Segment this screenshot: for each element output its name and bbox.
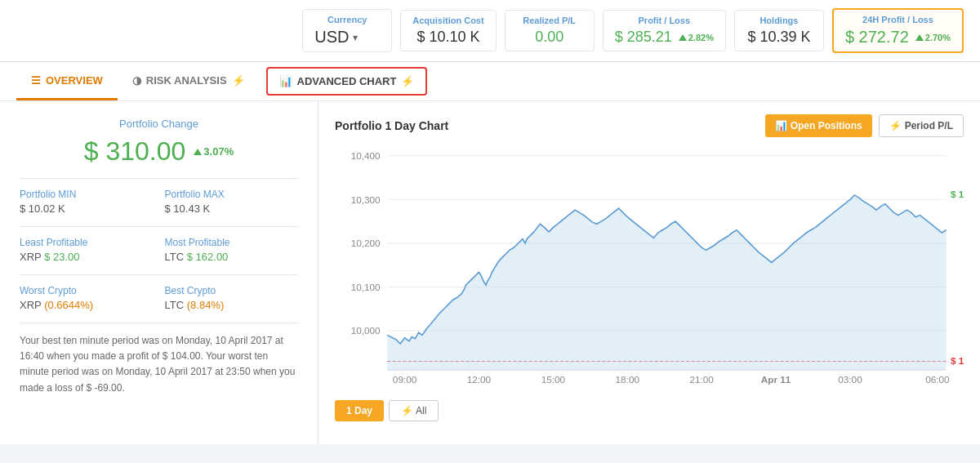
period-pl-icon: ⚡ (889, 120, 902, 131)
chart-container: 10,400 10,300 10,200 10,100 10,000 09:00… (335, 147, 964, 392)
divider-2 (20, 226, 298, 227)
realized-value: 0.00 (517, 29, 582, 46)
best-crypto-label: Best Crypto (165, 285, 299, 296)
least-profitable-value: XRP $ 23.00 (20, 251, 154, 263)
svg-text:10,000: 10,000 (351, 325, 381, 336)
portfolio-change-title: Portfolio Change (20, 118, 298, 130)
portfolio-change-amount: $ 310.00 (84, 136, 186, 167)
risk-icon: ◑ (132, 74, 141, 87)
profit24-pct: 2.70% (925, 33, 951, 42)
profit24-box: 24H Profit / Loss $ 272.72 2.70% (832, 8, 964, 53)
profit-pct-badge: 2.82% (679, 33, 714, 42)
least-profitable-label: Least Profitable (20, 237, 154, 248)
most-profitable-coin: LTC (165, 251, 185, 263)
all-btn-icon: ⚡ (401, 405, 413, 416)
tabs-bar: ☰ OVERVIEW ◑ RISK ANALYSIS ⚡ 📊 ADVANCED … (0, 62, 980, 101)
svg-text:09:00: 09:00 (393, 374, 417, 385)
chart-icon: 📊 (279, 75, 292, 87)
acquisition-box: Acquisition Cost $ 10.10 K (400, 10, 496, 51)
chart-title: Portfolio 1 Day Chart (335, 119, 448, 132)
profit24-label: 24H Profit / Loss (845, 15, 951, 24)
open-positions-button[interactable]: 📊 Open Positions (765, 114, 872, 137)
main-content: Portfolio Change $ 310.00 3.07% Portfoli… (0, 101, 980, 444)
best-crypto-cell: Best Crypto LTC (8.84%) (165, 285, 299, 311)
profit-loss-box: Profit / Loss $ 285.21 2.82% (603, 10, 726, 51)
least-profitable-coin: XRP (20, 251, 42, 263)
tab-risk-label: RISK ANALYSIS (146, 74, 227, 87)
tab-advanced-chart[interactable]: 📊 ADVANCED CHART ⚡ (266, 67, 428, 96)
worst-crypto-label: Worst Crypto (20, 285, 154, 296)
tab-risk[interactable]: ◑ RISK ANALYSIS ⚡ (118, 63, 260, 100)
worst-crypto-coin: XRP (20, 299, 42, 311)
svg-text:10,300: 10,300 (351, 194, 381, 205)
svg-text:10,100: 10,100 (351, 282, 381, 292)
overview-icon: ☰ (31, 74, 41, 87)
svg-text:10,200: 10,200 (351, 238, 381, 248)
profit24-pct-badge: 2.70% (915, 33, 951, 42)
acquisition-value: $ 10.10 K (412, 29, 483, 46)
chart-bolt-icon: ⚡ (401, 75, 414, 87)
portfolio-change-pct-badge: 3.07% (194, 145, 234, 158)
tab-overview-label: OVERVIEW (46, 74, 103, 87)
profit24-up-icon (915, 34, 924, 41)
worst-crypto-cell: Worst Crypto XRP (0.6644%) (20, 285, 154, 311)
svg-text:$ 10.02 K: $ 10.02 K (951, 355, 964, 366)
least-profitable-amount: $ 23.00 (44, 251, 79, 263)
svg-text:18:00: 18:00 (616, 374, 640, 385)
svg-text:03:00: 03:00 (838, 374, 862, 385)
portfolio-up-icon (194, 149, 202, 155)
profit24-value: $ 272.72 (845, 28, 909, 47)
chart-buttons: 📊 Open Positions ⚡ Period P/L (765, 114, 964, 137)
most-profitable-label: Most Profitable (165, 237, 299, 248)
all-btn-label: All (416, 405, 426, 416)
holdings-label: Holdings (746, 16, 812, 25)
chart-svg: 10,400 10,300 10,200 10,100 10,000 09:00… (335, 147, 964, 392)
svg-text:12:00: 12:00 (467, 374, 492, 385)
portfolio-change-pct: 3.07% (203, 145, 234, 158)
portfolio-change-value-row: $ 310.00 3.07% (20, 136, 298, 167)
stats-grid: Portfolio MIN $ 10.02 K Portfolio MAX $ … (20, 189, 298, 215)
svg-text:Apr 11: Apr 11 (761, 374, 791, 385)
tab-chart-label: ADVANCED CHART (297, 75, 397, 87)
portfolio-min-value: $ 10.02 K (20, 203, 154, 215)
currency-value: USD (314, 28, 349, 47)
portfolio-max-label: Portfolio MAX (165, 189, 299, 200)
description-text: Your best ten minute period was on Monda… (20, 333, 298, 396)
currency-selector[interactable]: USD ▾ (314, 28, 380, 47)
all-button[interactable]: ⚡ All (389, 400, 439, 421)
period-pl-button[interactable]: ⚡ Period P/L (879, 114, 964, 137)
best-crypto-coin: LTC (165, 299, 185, 311)
crypto-grid: Worst Crypto XRP (0.6644%) Best Crypto L… (20, 285, 298, 311)
one-day-button[interactable]: 1 Day (335, 400, 384, 421)
least-profitable-cell: Least Profitable XRP $ 23.00 (20, 237, 154, 263)
divider-4 (20, 323, 298, 323)
svg-text:$ 10.43 K: $ 10.43 K (951, 189, 964, 199)
holdings-box: Holdings $ 10.39 K (734, 10, 824, 51)
portfolio-min-cell: Portfolio MIN $ 10.02 K (20, 189, 154, 215)
realized-label: Realized P/L (517, 16, 582, 25)
profitability-grid: Least Profitable XRP $ 23.00 Most Profit… (20, 237, 298, 263)
profit-up-icon (679, 34, 687, 41)
best-crypto-pct: (8.84%) (187, 299, 225, 311)
currency-box: Currency USD ▾ (302, 9, 392, 52)
holdings-value: $ 10.39 K (746, 29, 812, 46)
open-positions-label: Open Positions (791, 120, 862, 131)
open-positions-icon: 📊 (775, 120, 787, 131)
divider-1 (20, 178, 298, 179)
dropdown-arrow-icon[interactable]: ▾ (353, 32, 358, 43)
svg-text:06:00: 06:00 (925, 374, 950, 385)
chart-header: Portfolio 1 Day Chart 📊 Open Positions ⚡… (335, 114, 964, 137)
most-profitable-value: LTC $ 162.00 (165, 251, 299, 263)
realized-pl-box: Realized P/L 0.00 (505, 10, 595, 51)
profit-label: Profit / Loss (615, 16, 714, 25)
svg-text:21:00: 21:00 (689, 374, 714, 385)
best-crypto-value: LTC (8.84%) (165, 299, 299, 311)
profit-pct: 2.82% (688, 33, 714, 42)
tab-overview[interactable]: ☰ OVERVIEW (16, 63, 118, 100)
most-profitable-cell: Most Profitable LTC $ 162.00 (165, 237, 299, 263)
svg-text:10,400: 10,400 (351, 150, 381, 161)
worst-crypto-value: XRP (0.6644%) (20, 299, 154, 311)
most-profitable-amount: $ 162.00 (187, 251, 229, 263)
divider-3 (20, 274, 298, 275)
currency-label: Currency (314, 15, 380, 24)
